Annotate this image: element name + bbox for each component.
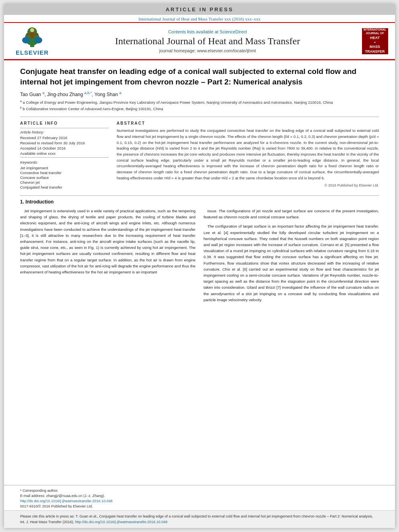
footnote-section: * Corresponding author. E-mail address: … [4,485,395,510]
corresponding-label: * Corresponding author. [20,489,58,493]
article-in-press-banner: ARTICLE IN PRESS [4,4,395,15]
email-label: E-mail address: zhangjz@nuaa.edu.cn (J.-… [20,494,105,498]
author-jingzhou-zhang: Jing-zhou Zhang [47,92,83,97]
affiliations: a a College of Energy and Power Engineer… [20,99,379,112]
citation-doi-link[interactable]: http://dx.doi.org/10.1016/j.ijheatmasstr… [75,520,168,524]
revised-date: Received in revised form 30 July 2016 [20,141,109,145]
body-two-col: Jet impingement is extensively used in a… [20,208,379,306]
corresponding-note: * Corresponding author. [20,489,379,493]
available-date: Available online xxxx [20,151,109,156]
body-col-left: Jet impingement is extensively used in a… [20,208,195,306]
affiliation-b: b b Collaborative Innovation Center of A… [20,106,379,112]
doi-line: http://dx.doi.org/10.1016/j.ijheatmasstr… [20,499,379,503]
intro-para-3: The configuration of target surface is a… [204,223,379,302]
sciencedirect-link[interactable]: ScienceDirect [220,29,247,34]
journal-homepage: journal homepage: www.elsevier.com/locat… [159,48,256,53]
info-divider-2 [20,157,109,158]
journal-logo-right: INTERNATIONAL JOURNAL OF HEAT + MASS TRA… [359,26,391,56]
issn-line: 0017-9310/© 2016 Published by Elsevier L… [20,504,379,508]
hmt-logo: INTERNATIONAL JOURNAL OF HEAT + MASS TRA… [362,28,388,54]
abstract-heading: ABSTRACT [117,121,379,125]
elsevier-logo: ELSEVIER [16,26,49,56]
intro-para-2: issue. The configurations of jet nozzle … [204,208,379,220]
section1-title: 1. Introduction [20,199,379,205]
citation-text: Please cite this article in press as: T.… [20,514,373,524]
contents-line: Contents lists available at ScienceDirec… [168,29,247,34]
svg-rect-7 [26,33,31,35]
page: ARTICLE IN PRESS International Journal o… [4,4,395,528]
citation-bar: Please cite this article in press as: T.… [4,510,395,528]
elsevier-wordmark: ELSEVIER [16,49,49,56]
main-content: Conjugate heat transfer on leading edge … [4,60,395,485]
keyword-5: Conjugated heat transfer [20,185,109,189]
svg-rect-8 [33,33,38,35]
svg-point-2 [22,37,30,43]
svg-point-5 [30,28,34,32]
contents-label: Contents lists available at [168,29,218,34]
article-info-column: ARTICLE INFO Article history: Received 2… [20,121,109,190]
author-tao-guan: Tao Guan [20,92,41,97]
keyword-1: Jet impingement [20,166,109,170]
journal-link[interactable]: International Journal of Heat and Mass T… [138,16,260,21]
keyword-2: Convective heat transfer [20,170,109,175]
elsevier-tree-icon [18,26,46,48]
keyword-3: Concave surface [20,175,109,180]
intro-para-1: Jet impingement is extensively used in a… [20,208,195,275]
email-note: E-mail address: zhangjz@nuaa.edu.cn (J.-… [20,494,379,498]
affiliation-a: a a College of Energy and Power Engineer… [20,99,379,105]
author-yong-shan: Yong Shan [95,92,118,97]
info-divider-1 [20,128,109,128]
banner-text: ARTICLE IN PRESS [166,6,234,12]
svg-rect-6 [31,32,34,38]
copyright-line: © 2016 Published by Elsevier Ltd. [117,183,379,187]
abstract-text: Numerical investigations are performed t… [117,128,379,181]
elsevier-logo-container: ELSEVIER [8,26,56,56]
journal-link-bar: International Journal of Heat and Mass T… [4,15,395,23]
journal-header: ELSEVIER Contents lists available at Sci… [4,23,395,60]
body-col-right: issue. The configurations of jet nozzle … [204,208,379,306]
history-label: Article history: [20,130,109,134]
accepted-date: Accepted 14 October 2016 [20,146,109,150]
journal-center: Contents lists available at ScienceDirec… [60,26,355,56]
article-title: Conjugate heat transfer on leading edge … [20,66,379,87]
keyword-4: Chevron jet [20,180,109,185]
received-date: Received 27 February 2016 [20,136,109,140]
authors-line: Tao Guan a, Jing-zhou Zhang a,b,*, Yong … [20,91,379,97]
keywords-label: Keywords: [20,160,109,164]
doi-link[interactable]: http://dx.doi.org/10.1016/j.ijheatmasstr… [20,499,113,503]
article-info-abstract-section: ARTICLE INFO Article history: Received 2… [20,117,379,190]
abstract-column: ABSTRACT Numerical investigations are pe… [117,121,379,190]
journal-title: International Journal of Heat and Mass T… [115,36,300,47]
article-info-heading: ARTICLE INFO [20,121,109,125]
svg-point-3 [34,37,42,43]
body-divider [20,195,379,196]
